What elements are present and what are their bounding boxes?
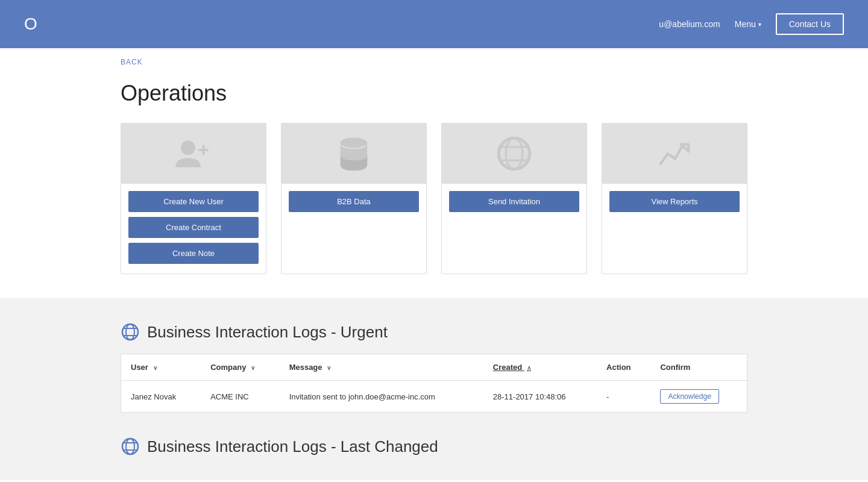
cell-confirm: Acknowledge: [650, 381, 747, 413]
globe-icon: [496, 136, 532, 172]
page-title: Operations: [121, 81, 747, 106]
card-buttons-b2b: B2B Data: [281, 184, 426, 222]
card-icon-area-user: [121, 124, 266, 184]
urgent-section-title: Business Interaction Logs - Urgent: [147, 323, 388, 342]
header-email: u@abelium.com: [659, 19, 720, 29]
chart-icon: [656, 136, 693, 172]
col-action: Action: [597, 354, 650, 381]
sort-message-icon: ∨: [327, 365, 331, 371]
add-user-icon: [175, 136, 212, 172]
send-invitation-button[interactable]: Send Invitation: [449, 191, 579, 212]
last-changed-section-header: Business Interaction Logs - Last Changed: [121, 437, 747, 456]
sort-user-icon: ∨: [153, 365, 157, 371]
contact-us-button[interactable]: Contact Us: [776, 13, 844, 35]
acknowledge-button[interactable]: Acknowledge: [660, 389, 719, 404]
database-icon: [336, 136, 372, 172]
card-buttons-user: Create New User Create Contract Create N…: [121, 184, 266, 274]
col-message[interactable]: Message ∨: [280, 354, 483, 381]
header: O u@abelium.com Menu ▾ Contact Us: [0, 0, 868, 48]
svg-point-10: [126, 324, 134, 340]
svg-point-9: [122, 324, 138, 340]
card-invitation: Send Invitation: [441, 123, 587, 274]
svg-point-13: [122, 439, 138, 454]
card-icon-area-reports: [602, 124, 747, 184]
card-icon-area-invitation: [442, 124, 587, 184]
urgent-section-header: Business Interaction Logs - Urgent: [121, 322, 747, 342]
sort-created-icon: ∧: [527, 365, 531, 371]
view-reports-button[interactable]: View Reports: [609, 191, 740, 212]
last-changed-section-title: Business Interaction Logs - Last Changed: [147, 437, 438, 456]
section-globe-icon: [121, 322, 140, 342]
col-company[interactable]: Company ∨: [201, 354, 280, 381]
menu-dropdown[interactable]: Menu ▾: [735, 19, 761, 29]
svg-point-3: [341, 137, 368, 148]
table-row: Janez Novak ACME INC Invitation sent to …: [121, 381, 747, 413]
urgent-table-container: User ∨ Company ∨ Message ∨ Created ∧ Act…: [121, 354, 747, 413]
cell-created: 28-11-2017 10:48:06: [483, 381, 597, 413]
create-contract-button[interactable]: Create Contract: [128, 217, 259, 238]
section-globe-icon-2: [121, 437, 140, 456]
cell-action: -: [597, 381, 650, 413]
sort-company-icon: ∨: [251, 365, 255, 371]
urgent-table: User ∨ Company ∨ Message ∨ Created ∧ Act…: [121, 354, 747, 412]
main-content: BACK Operations Create New User Create C…: [0, 48, 868, 274]
card-reports: View Reports: [602, 123, 747, 274]
col-user[interactable]: User ∨: [121, 354, 201, 381]
create-new-user-button[interactable]: Create New User: [128, 191, 259, 212]
back-link[interactable]: BACK: [121, 58, 143, 66]
cell-message: Invitation sent to john.doe@acme-inc.com: [280, 381, 483, 413]
card-icon-area-b2b: [281, 124, 426, 184]
svg-point-14: [126, 439, 134, 454]
table-header-row: User ∨ Company ∨ Message ∨ Created ∧ Act…: [121, 354, 747, 381]
card-buttons-invitation: Send Invitation: [442, 184, 587, 222]
svg-point-8: [498, 138, 529, 169]
chevron-down-icon: ▾: [758, 21, 761, 28]
b2b-data-button[interactable]: B2B Data: [289, 191, 419, 212]
logo: O: [24, 14, 39, 34]
card-user-ops: Create New User Create Contract Create N…: [121, 123, 266, 274]
col-confirm: Confirm: [650, 354, 747, 381]
operations-cards: Create New User Create Contract Create N…: [121, 123, 747, 274]
cell-user: Janez Novak: [121, 381, 201, 413]
header-right: u@abelium.com Menu ▾ Contact Us: [659, 13, 844, 35]
urgent-logs-section: Business Interaction Logs - Urgent User …: [0, 298, 868, 480]
create-note-button[interactable]: Create Note: [128, 243, 259, 264]
svg-point-0: [181, 140, 195, 155]
col-created[interactable]: Created ∧: [483, 354, 597, 381]
card-buttons-reports: View Reports: [602, 184, 747, 222]
card-b2b: B2B Data: [281, 123, 427, 274]
cell-company: ACME INC: [201, 381, 280, 413]
